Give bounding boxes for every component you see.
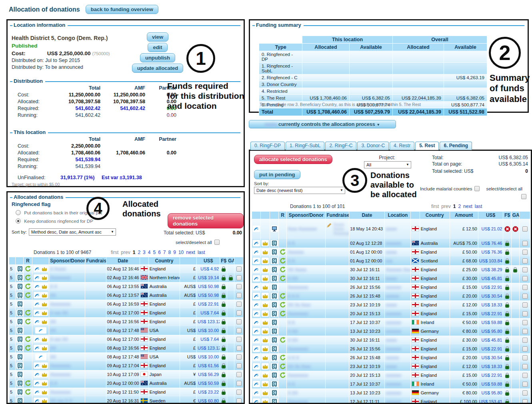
donation-usd-link[interactable]: US$ 7.64 [197, 335, 220, 344]
page-prev[interactable]: prev [441, 204, 450, 209]
donation-usd-link[interactable]: US$ 103.84 [478, 256, 503, 265]
row-checkbox[interactable] [522, 382, 528, 387]
put-in-pending-button[interactable]: put in pending [254, 170, 300, 179]
donation-usd-link[interactable]: US$ 95.80 [478, 388, 503, 397]
page-number[interactable]: 2 [138, 250, 140, 255]
sponsor-redacted[interactable]: XX Xx Xxxx [288, 364, 310, 369]
row-checkbox[interactable] [522, 346, 528, 352]
page-first[interactable]: first [111, 250, 118, 255]
controls-allocation-process-button[interactable]: xxxxx currently controls the allocation … [249, 120, 396, 128]
donation-usd-link[interactable]: US$ 123.12 [197, 317, 220, 326]
page-next[interactable]: next [186, 250, 195, 255]
donation-usd-link[interactable]: US$ 76.36 [478, 248, 503, 256]
sponsor-redacted[interactable]: XX [50, 328, 56, 333]
donation-usd-link[interactable]: US$ 22.91 [478, 371, 503, 380]
donation-usd-link[interactable]: US$ 22.91 [478, 344, 503, 353]
donation-usd-link[interactable]: US$ 10.00 [197, 352, 220, 361]
tab-6-pending[interactable]: 6. Pending [440, 142, 472, 150]
row-checkbox[interactable] [236, 363, 242, 368]
row-checkbox[interactable] [522, 311, 528, 316]
sponsor-redacted[interactable]: Xxxxxxxxx [288, 311, 308, 316]
sponsor-redacted[interactable]: X xxx XX [50, 337, 68, 342]
sponsor-redacted[interactable]: Xxxxxxxxx [288, 399, 308, 404]
row-checkbox[interactable] [236, 319, 242, 324]
remove-icon[interactable] [512, 226, 518, 231]
row-checkbox[interactable] [236, 354, 242, 360]
row-checkbox[interactable] [236, 302, 242, 307]
sponsor-redacted[interactable]: X XX [288, 276, 298, 281]
sponsor-redacted[interactable]: Xxxxxxxxx [288, 373, 308, 378]
sponsor-redacted[interactable]: XX Xxxxx [288, 267, 306, 272]
select-all-checkbox-right[interactable] [521, 194, 526, 199]
sponsor-redacted[interactable]: X XX [288, 338, 298, 342]
sponsor-redacted[interactable]: X X X [288, 355, 299, 360]
pencil-icon[interactable] [326, 222, 332, 228]
donation-usd-link[interactable]: US$ 10.00 [197, 326, 220, 335]
sponsor-redacted[interactable]: X X [50, 284, 57, 289]
donation-usd-link[interactable]: US$ 23.22 [197, 388, 220, 396]
sponsor-redacted[interactable]: Xxxxxxxxx [288, 346, 308, 351]
donation-usd-link[interactable]: US$ 60.80 [197, 396, 220, 404]
row-checkbox[interactable] [236, 266, 242, 272]
donation-usd-link[interactable]: US$ 50.98 [197, 282, 220, 291]
remove-icon[interactable] [504, 226, 510, 231]
edit-button[interactable]: edit [148, 43, 167, 52]
row-checkbox[interactable] [522, 285, 528, 290]
row-checkbox[interactable] [236, 390, 242, 395]
tab-0-ringf-dp[interactable]: 0. RingF-DP [250, 142, 285, 150]
page-first[interactable]: first [431, 204, 439, 209]
project-select[interactable]: All [364, 161, 411, 168]
sponsor-redacted[interactable]: XX [50, 319, 56, 324]
row-checkbox[interactable] [522, 338, 528, 343]
page-number[interactable]: 8 [168, 250, 171, 255]
row-checkbox[interactable] [236, 372, 242, 377]
donation-usd-link[interactable]: US$ 45.81 [478, 336, 503, 344]
donation-usd-link[interactable]: US$ 123.12 [197, 344, 220, 352]
unpublish-button[interactable]: unpublish [140, 53, 175, 62]
donation-usd-link[interactable]: US$ 22.91 [478, 283, 503, 292]
sponsor-redacted[interactable]: X X [288, 241, 295, 246]
sponsor-redacted[interactable]: Xxxxxxxxx [288, 285, 308, 290]
page-number[interactable]: 1 [133, 250, 136, 255]
sort-by-select[interactable]: Date desc (newest first) [254, 187, 345, 194]
row-checkbox[interactable] [522, 250, 528, 255]
sponsor-redacted[interactable]: X X [50, 381, 57, 386]
view-button[interactable]: view [147, 32, 168, 42]
row-checkbox[interactable] [236, 284, 242, 289]
donation-usd-link[interactable]: US$ 153.41 [478, 397, 503, 404]
donation-usd-link[interactable]: US$ 22.91 [478, 309, 503, 318]
sponsor-redacted[interactable]: XX [50, 346, 56, 350]
row-checkbox[interactable] [522, 276, 528, 281]
row-checkbox[interactable] [522, 329, 528, 334]
sponsor-redacted[interactable]: XX Xx Xxxx [288, 302, 310, 307]
sponsor-redacted[interactable]: Xxxxxxx [288, 250, 304, 254]
row-checkbox[interactable] [236, 398, 242, 404]
sponsor-redacted[interactable]: X X [288, 258, 295, 263]
row-checkbox[interactable] [522, 226, 528, 232]
row-checkbox[interactable] [522, 302, 528, 308]
sponsor-redacted[interactable]: Xxxxxxxxx [50, 372, 70, 377]
row-checkbox[interactable] [236, 275, 242, 280]
page-number[interactable]: 5 [153, 250, 156, 255]
sponsor-redacted[interactable]: X Xxxxx [50, 266, 66, 271]
sponsor-redacted[interactable]: X XX [288, 329, 298, 334]
row-checkbox[interactable] [522, 294, 528, 299]
radio-put-back-original-pot[interactable] [16, 210, 21, 215]
page-number[interactable]: 9 [173, 250, 176, 255]
page-number[interactable]: 10 [178, 250, 184, 255]
donation-usd-link[interactable]: US$ 22.91 [197, 300, 220, 308]
donation-usd-link[interactable]: US$ 45.81 [478, 274, 503, 283]
sponsor-redacted[interactable]: X xxx XX [50, 310, 68, 315]
tab-2-ringf-c[interactable]: 2. RingF-C [325, 142, 356, 150]
sponsor-redacted[interactable]: X XX [288, 390, 298, 395]
donation-usd-link[interactable]: US$ 56.29 [197, 370, 220, 379]
sponsor-redacted[interactable]: X X [288, 382, 295, 386]
row-checkbox[interactable] [522, 364, 528, 369]
tab-5-rest[interactable]: 5. Rest [415, 142, 439, 150]
donation-usd-link[interactable]: US$ 76.46 [478, 239, 503, 248]
page-last[interactable]: last [198, 250, 205, 255]
donation-usd-link[interactable]: US$ 50.98 [197, 291, 220, 300]
donation-usd-link[interactable]: US$ 30.54 [478, 292, 503, 300]
sponsor-redacted[interactable]: Xxxxxxxxx [50, 275, 70, 280]
tab-4-restr[interactable]: 4. Restr [390, 142, 414, 150]
